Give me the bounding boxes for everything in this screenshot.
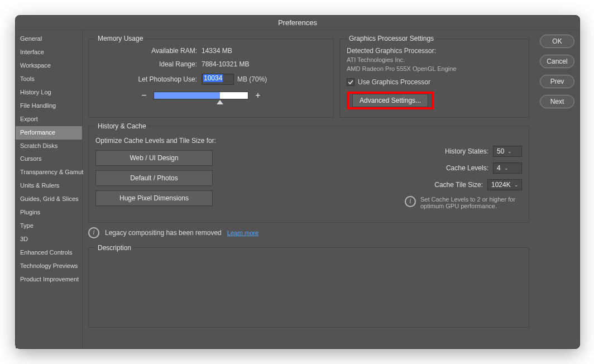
- memory-usage-legend: Memory Usage: [95, 35, 145, 42]
- memory-usage-group: Memory Usage Available RAM: 14334 MB Ide…: [88, 35, 334, 118]
- prev-button[interactable]: Prev: [540, 75, 574, 88]
- sidebar-item-product-improvement[interactable]: Product Improvement: [16, 273, 82, 286]
- main-panel: Memory Usage Available RAM: 14334 MB Ide…: [83, 30, 535, 348]
- history-cache-legend: History & Cache: [95, 122, 148, 130]
- detected-gpu-label: Detected Graphics Processor:: [347, 47, 522, 55]
- cancel-button[interactable]: Cancel: [540, 55, 574, 68]
- chevron-down-icon: ⌄: [514, 182, 519, 188]
- memory-slider-fill: [154, 92, 220, 99]
- chevron-down-icon: ⌄: [504, 165, 509, 171]
- category-sidebar: GeneralInterfaceWorkspaceToolsHistory Lo…: [16, 30, 83, 348]
- gpu-settings-legend: Graphics Processor Settings: [347, 35, 436, 42]
- chevron-down-icon: ⌄: [507, 149, 512, 154]
- sidebar-item-cursors[interactable]: Cursors: [16, 152, 82, 166]
- memory-slider-increase[interactable]: +: [254, 90, 262, 100]
- sidebar-item-interface[interactable]: Interface: [16, 46, 82, 59]
- memory-slider[interactable]: [154, 92, 248, 99]
- let-photoshop-use-input[interactable]: 10034: [202, 74, 234, 85]
- cache-tile-size-select[interactable]: 1024K⌄: [487, 179, 522, 190]
- learn-more-link[interactable]: Learn more: [227, 229, 258, 236]
- ok-button[interactable]: OK: [540, 35, 574, 48]
- sidebar-item-performance[interactable]: Performance: [16, 126, 82, 140]
- sidebar-item-type[interactable]: Type: [16, 219, 82, 233]
- sidebar-item-transparency-gamut[interactable]: Transparency & Gamut: [16, 166, 82, 179]
- preset-huge-pixel-dimensions[interactable]: Huge Pixel Dimensions: [95, 190, 213, 206]
- description-group: Description: [88, 244, 529, 328]
- sidebar-item-history-log[interactable]: History Log: [16, 86, 82, 99]
- memory-slider-decrease[interactable]: −: [140, 90, 148, 100]
- optimize-label: Optimize Cache Levels and Tile Size for:: [95, 137, 252, 145]
- ideal-range-value: 7884-10321 MB: [202, 60, 327, 68]
- check-icon: [348, 79, 353, 85]
- advanced-settings-button[interactable]: Advanced Settings...: [352, 94, 428, 107]
- gpu-device: AMD Radeon Pro 555X OpenGL Engine: [347, 65, 522, 74]
- memory-slider-thumb[interactable]: [217, 100, 223, 104]
- sidebar-item-enhanced-controls[interactable]: Enhanced Controls: [16, 246, 82, 260]
- sidebar-item-scratch-disks[interactable]: Scratch Disks: [16, 140, 82, 153]
- available-ram-label: Available RAM:: [95, 47, 202, 55]
- info-icon: i: [88, 227, 99, 238]
- available-ram-value: 14334 MB: [202, 47, 327, 55]
- preset-default-photos[interactable]: Default / Photos: [95, 170, 213, 186]
- next-button[interactable]: Next: [540, 95, 574, 108]
- cache-tile-size-label: Cache Tile Size:: [434, 181, 483, 189]
- sidebar-item-file-handling[interactable]: File Handling: [16, 99, 82, 113]
- sidebar-item-units-rulers[interactable]: Units & Rulers: [16, 179, 82, 193]
- let-photoshop-use-suffix: MB (70%): [237, 75, 267, 83]
- window-title: Preferences: [16, 16, 579, 30]
- ideal-range-label: Ideal Range:: [95, 60, 202, 68]
- history-states-select[interactable]: 50⌄: [493, 146, 522, 157]
- use-gpu-label: Use Graphics Processor: [358, 78, 430, 86]
- description-legend: Description: [95, 244, 133, 252]
- info-icon: i: [405, 196, 416, 207]
- action-column: OK Cancel Prev Next: [535, 30, 579, 348]
- advanced-settings-highlight: Advanced Settings...: [347, 92, 434, 109]
- use-gpu-checkbox[interactable]: [347, 78, 355, 86]
- preferences-window: Preferences GeneralInterfaceWorkspaceToo…: [15, 15, 580, 349]
- gpu-vendor: ATI Technologies Inc.: [347, 56, 522, 65]
- gpu-settings-group: Graphics Processor Settings Detected Gra…: [339, 35, 529, 118]
- sidebar-item-tools[interactable]: Tools: [16, 73, 82, 86]
- cache-levels-label: Cache Levels:: [446, 164, 488, 172]
- history-states-label: History States:: [445, 147, 488, 155]
- sidebar-item-workspace[interactable]: Workspace: [16, 59, 82, 73]
- history-cache-group: History & Cache Optimize Cache Levels an…: [88, 122, 529, 223]
- legacy-compositing-row: i Legacy compositing has been removed Le…: [88, 227, 529, 238]
- let-photoshop-use-label: Let Photoshop Use:: [95, 75, 202, 83]
- cache-levels-select[interactable]: 4⌄: [493, 162, 522, 174]
- sidebar-item-technology-previews[interactable]: Technology Previews: [16, 260, 82, 273]
- legacy-compositing-text: Legacy compositing has been removed: [105, 229, 222, 237]
- sidebar-item-export[interactable]: Export: [16, 113, 82, 126]
- window-body: GeneralInterfaceWorkspaceToolsHistory Lo…: [16, 30, 579, 348]
- sidebar-item-3d[interactable]: 3D: [16, 233, 82, 246]
- sidebar-item-guides-grid-slices[interactable]: Guides, Grid & Slices: [16, 193, 82, 206]
- preset-web-ui-design[interactable]: Web / UI Design: [95, 150, 213, 166]
- cache-hint-text: Set Cache Levels to 2 or higher for opti…: [420, 196, 522, 209]
- sidebar-item-plugins[interactable]: Plugins: [16, 206, 82, 219]
- sidebar-item-general[interactable]: General: [16, 32, 82, 46]
